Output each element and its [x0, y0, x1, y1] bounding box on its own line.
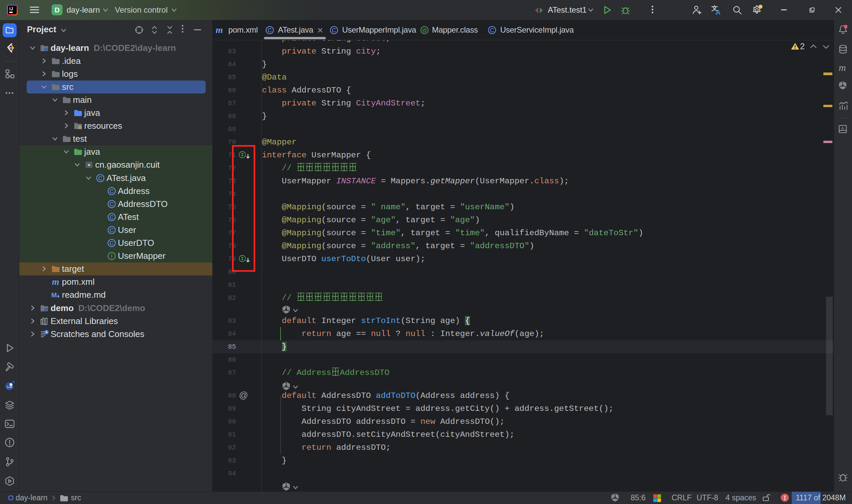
svg-text:C: C — [109, 214, 113, 220]
svg-text:m: m — [216, 25, 223, 35]
svg-text:I: I — [111, 253, 112, 259]
svg-text:C: C — [109, 201, 113, 207]
svg-text:@: @ — [422, 27, 427, 33]
svg-text:C: C — [268, 27, 271, 34]
svg-text:A: A — [841, 126, 844, 131]
svg-text:C: C — [109, 227, 113, 233]
svg-text:C: C — [109, 240, 113, 247]
svg-text:m: m — [52, 277, 59, 286]
svg-text:A: A — [715, 8, 721, 15]
svg-text:M: M — [51, 291, 57, 299]
svg-text:C: C — [332, 27, 336, 34]
svg-text:C: C — [98, 175, 102, 181]
svg-text:m: m — [839, 63, 846, 73]
svg-text:Lua: Lua — [7, 385, 13, 389]
svg-text:C: C — [490, 27, 494, 34]
svg-text:C: C — [109, 188, 113, 194]
